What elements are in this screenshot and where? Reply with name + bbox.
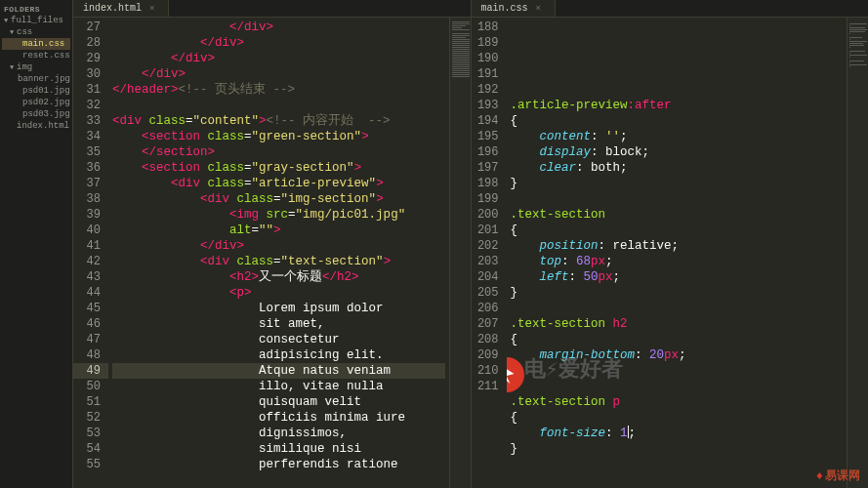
code-line[interactable]: <section class="green-section"> — [112, 129, 445, 144]
left-tabbar[interactable]: index.html × — [73, 0, 471, 18]
code-line[interactable]: dignissimos, — [112, 426, 445, 441]
tree-item-psd02-jpg[interactable]: psd02.jpg — [2, 97, 70, 108]
tab-main-css[interactable]: main.css × — [472, 0, 556, 17]
code-line[interactable]: font-size: 1; — [511, 426, 844, 441]
code-line[interactable]: display: block; — [511, 144, 844, 160]
tree-item-label: banner.jpg — [18, 73, 70, 85]
line-number: 49 — [73, 363, 108, 379]
line-number: 34 — [73, 129, 101, 144]
code-line[interactable]: Lorem ipsum dolor — [112, 301, 445, 316]
line-number: 32 — [73, 98, 101, 113]
code-line[interactable]: <img src="img/pic01.jpg" — [112, 207, 445, 223]
code-line[interactable]: left: 50px; — [511, 269, 844, 285]
code-line[interactable] — [511, 191, 844, 207]
code-line[interactable]: <div class="content"><!-- 内容开始 --> — [112, 113, 445, 129]
code-line[interactable]: <div class="img-section"> — [112, 191, 445, 207]
tree-item-label: index.html — [17, 120, 69, 132]
code-line[interactable]: </div> — [112, 35, 445, 51]
code-line[interactable]: <div class="text-section"> — [112, 254, 445, 269]
code-line[interactable]: quisquam velit — [112, 394, 445, 410]
left-editor-group: index.html × 272829303132333435363738394… — [73, 0, 472, 488]
code-line[interactable]: adipisicing elit. — [112, 347, 445, 363]
close-icon[interactable]: × — [149, 4, 154, 14]
line-number: 52 — [73, 410, 101, 426]
line-number: 53 — [73, 426, 101, 441]
code-line[interactable]: { — [511, 113, 844, 129]
line-number: 201 — [472, 223, 499, 238]
tree-item-full_files[interactable]: ▼full_files — [2, 15, 70, 26]
code-line[interactable]: <p> — [112, 285, 445, 301]
tree-item-img[interactable]: ▼img — [2, 61, 70, 73]
code-line[interactable]: </header><!-- 页头结束 --> — [112, 82, 445, 98]
file-explorer-sidebar[interactable]: FOLDERS ▼full_files▼cssmain.cssreset.css… — [0, 0, 73, 488]
tree-item-index-html[interactable]: index.html — [2, 120, 70, 132]
code-line[interactable]: perferendis ratione — [112, 457, 445, 472]
line-number: 31 — [73, 82, 101, 98]
code-line[interactable]: </div> — [112, 20, 445, 35]
file-tree[interactable]: ▼full_files▼cssmain.cssreset.css▼imgbann… — [2, 15, 70, 132]
code-line[interactable]: { — [511, 410, 844, 426]
tree-item-css[interactable]: ▼css — [2, 26, 70, 38]
tree-item-main-css[interactable]: main.css — [2, 38, 70, 50]
line-number: 196 — [472, 144, 499, 160]
left-minimap[interactable] — [449, 18, 471, 488]
right-code[interactable]: 电⚡爱好者 .article-preview:after{ content: '… — [507, 18, 847, 488]
line-number: 197 — [472, 160, 499, 176]
code-line[interactable]: </div> — [112, 238, 445, 254]
code-line[interactable]: alt=""> — [112, 223, 445, 238]
tree-item-reset-css[interactable]: reset.css — [2, 50, 70, 61]
code-line[interactable]: clear: both; — [511, 160, 844, 176]
right-minimap[interactable] — [847, 18, 868, 488]
code-line[interactable]: { — [511, 332, 844, 347]
code-line[interactable]: illo, vitae nulla — [112, 379, 445, 394]
code-line[interactable] — [511, 82, 844, 98]
code-line[interactable]: } — [511, 285, 844, 301]
code-line[interactable]: similique nisi — [112, 441, 445, 457]
line-number: 209 — [472, 347, 499, 363]
code-line[interactable]: sit amet, — [112, 316, 445, 332]
line-number: 189 — [472, 35, 499, 51]
line-number: 38 — [73, 191, 101, 207]
tab-index-html[interactable]: index.html × — [73, 0, 169, 17]
code-line[interactable]: </section> — [112, 144, 445, 160]
code-line[interactable] — [511, 379, 844, 394]
code-line[interactable]: position: relative; — [511, 238, 844, 254]
code-line[interactable]: </div> — [112, 51, 445, 66]
code-line[interactable]: consectetur — [112, 332, 445, 347]
line-number: 33 — [73, 113, 101, 129]
close-icon[interactable]: × — [536, 4, 541, 14]
code-line[interactable]: <div class="article-preview"> — [112, 176, 445, 191]
code-line[interactable]: } — [511, 441, 844, 457]
tree-item-banner-jpg[interactable]: banner.jpg — [2, 73, 70, 85]
line-number: 188 — [472, 20, 499, 35]
tree-item-psd03-jpg[interactable]: psd03.jpg — [2, 108, 70, 120]
code-line[interactable]: <h2>又一个标题</h2> — [112, 269, 445, 285]
code-line[interactable]: officiis minima iure — [112, 410, 445, 426]
code-line[interactable]: </div> — [112, 66, 445, 82]
code-line[interactable]: } — [511, 176, 844, 191]
code-line[interactable]: .text-section p — [511, 394, 844, 410]
sidebar-header: FOLDERS — [2, 4, 70, 15]
tab-label: index.html — [83, 3, 142, 14]
code-line[interactable]: .text-section — [511, 207, 844, 223]
code-line[interactable]: .article-preview:after — [511, 98, 844, 113]
code-line[interactable]: .text-section h2 — [511, 316, 844, 332]
left-code-area[interactable]: 2728293031323334353637383940414243444546… — [73, 18, 471, 488]
code-line[interactable]: margin-bottom: 20px; — [511, 347, 844, 363]
code-line[interactable]: { — [511, 223, 844, 238]
right-code-area[interactable]: 1881891901911921931941951961971981992002… — [472, 18, 869, 488]
code-line[interactable]: <section class="gray-section"> — [112, 160, 445, 176]
left-code[interactable]: </div> </div> </div> </div></header><!--… — [108, 18, 449, 488]
code-line[interactable] — [112, 98, 445, 113]
flame-icon: ♦ — [816, 469, 823, 483]
right-editor-group: main.css × 18818919019119219319419519619… — [472, 0, 869, 488]
line-number: 30 — [73, 66, 101, 82]
line-number: 55 — [73, 457, 101, 472]
code-line[interactable]: Atque natus veniam — [112, 363, 445, 379]
code-line[interactable]: content: ''; — [511, 129, 844, 144]
right-tabbar[interactable]: main.css × — [472, 0, 869, 18]
code-line[interactable]: } — [511, 363, 844, 379]
tree-item-psd01-jpg[interactable]: psd01.jpg — [2, 85, 70, 97]
code-line[interactable]: top: 68px; — [511, 254, 844, 269]
code-line[interactable] — [511, 301, 844, 316]
